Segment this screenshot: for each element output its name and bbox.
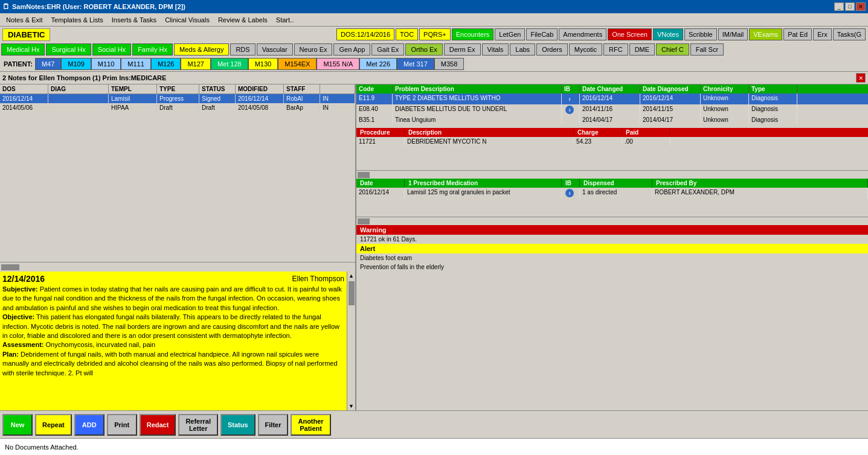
menu-templates[interactable]: Templates & Lists — [48, 15, 107, 25]
tab-vitals[interactable]: Vitals — [482, 43, 509, 56]
add-button[interactable]: ADD — [74, 414, 104, 436]
proc-scrollbar[interactable] — [356, 170, 868, 179]
close-button[interactable]: ✕ — [856, 2, 866, 11]
tab-labs[interactable]: Labs — [510, 43, 535, 56]
maximize-button[interactable]: □ — [845, 2, 855, 11]
patient-tab-m110[interactable]: M110 — [91, 58, 121, 70]
notes-title: 2 Notes for Ellen Thompson (1) Prim Ins:… — [2, 74, 166, 81]
toc-button[interactable]: TOC — [396, 28, 418, 40]
filter-button[interactable]: Filter — [258, 414, 289, 436]
patient-tab-met317[interactable]: Met 317 — [397, 58, 434, 70]
menu-start[interactable]: Start.. — [272, 15, 297, 25]
tab-ortho-ex[interactable]: Ortho Ex — [405, 43, 442, 56]
procedure-row[interactable]: 11721 DEBRIDEMENT MYCOTIC N 54.23 .00 — [356, 137, 868, 146]
cell-status-0: Signed — [199, 94, 236, 103]
status-button[interactable]: Status — [220, 414, 256, 436]
tab-fall-scr[interactable]: Fall Scr — [690, 43, 724, 56]
tab-rfc[interactable]: RFC — [603, 43, 628, 56]
note-right-spacer — [356, 272, 868, 410]
tab-derm-ex[interactable]: Derm Ex — [444, 43, 481, 56]
no-docs-text: No Documents Attached. — [5, 444, 79, 451]
tab-neuro-ex[interactable]: Neuro Ex — [294, 43, 333, 56]
problem-row[interactable]: B35.1 Tinea Unguium 2014/04/17 2014/04/1… — [356, 115, 868, 124]
tab-gen-app[interactable]: Gen App — [333, 43, 370, 56]
note-vscrollbar[interactable]: ▲ ▼ — [347, 272, 355, 410]
pqrs-button[interactable]: PQRS+ — [419, 28, 451, 40]
tab-chief-c[interactable]: Chief C — [656, 43, 689, 56]
prob-type-0: Diagnosis — [749, 94, 797, 104]
print-button[interactable]: Print — [107, 414, 137, 436]
tab-medical-hx[interactable]: Medical Hx — [1, 43, 45, 56]
notes-table-panel: DOS DIAG TEMPL TYPE STATUS MODIFIED STAF… — [0, 84, 356, 272]
patient-tab-m126[interactable]: M126 — [151, 58, 181, 70]
referral-letter-button[interactable]: Referral Letter — [178, 414, 218, 436]
med-scrollbar[interactable] — [356, 217, 868, 225]
patient-tab-m358[interactable]: M358 — [434, 58, 465, 70]
patient-tab-m155na[interactable]: M155 N/A — [317, 58, 359, 70]
vnotes-button[interactable]: VNotes — [653, 28, 683, 40]
menu-inserts[interactable]: Inserts & Tasks — [108, 15, 160, 25]
patient-tab-m154ex[interactable]: M154EX — [278, 58, 317, 70]
patient-tab-m130[interactable]: M130 — [248, 58, 278, 70]
tab-family-hx[interactable]: Family Hx — [132, 43, 173, 56]
cell-extra-1: IN — [320, 103, 355, 112]
pated-button[interactable]: Pat Ed — [783, 28, 812, 40]
tasks-button[interactable]: Tasks(G — [833, 28, 866, 40]
patient-tab-m109[interactable]: M109 — [61, 58, 91, 70]
onescreen-button[interactable]: One Screen — [608, 28, 652, 40]
notes-table-row[interactable]: 2014/05/06 HIPAA Draft Draft 2014/05/08 … — [0, 103, 355, 112]
notes-table-row[interactable]: 2016/12/14 Lamisil Progress Signed 2016/… — [0, 94, 355, 103]
warning-text: 11721 ok in 61 Days. — [356, 235, 868, 244]
tab-vascular[interactable]: Vascular — [257, 43, 293, 56]
encounters-button[interactable]: Encounters — [452, 28, 494, 40]
menu-clinical[interactable]: Clinical Visuals — [161, 15, 213, 25]
app-icon: 🗒 — [2, 2, 10, 11]
redact-button[interactable]: Redact — [140, 414, 176, 436]
notes-close-button[interactable]: ✕ — [856, 73, 866, 83]
scribble-button[interactable]: Scribble — [684, 28, 717, 40]
patient-label: PATIENT: — [1, 60, 35, 68]
cell-templ-1: HIPAA — [109, 103, 157, 112]
erx-button[interactable]: Erx — [813, 28, 832, 40]
prob-ib-1: i — [562, 104, 580, 115]
tab-social-hx[interactable]: Social Hx — [92, 43, 131, 56]
patient-tab-met128[interactable]: Met 128 — [211, 58, 248, 70]
menu-review[interactable]: Review & Labels — [214, 15, 271, 25]
patient-tab-m111[interactable]: M111 — [121, 58, 151, 70]
cell-diag-1 — [48, 103, 109, 112]
another-patient-button[interactable]: Another Patient — [291, 414, 330, 436]
minimize-button[interactable]: _ — [834, 2, 844, 11]
tab-dme[interactable]: DME — [629, 43, 655, 56]
tab-surgical-hx[interactable]: Surgical Hx — [46, 43, 91, 56]
tab-mycotic[interactable]: Mycotic — [569, 43, 602, 56]
filecab-button[interactable]: FileCab — [526, 28, 558, 40]
new-button[interactable]: New — [2, 414, 33, 436]
immail-button[interactable]: IM/Mail — [718, 28, 748, 40]
patient-tab-met226[interactable]: Met 226 — [359, 58, 397, 70]
med-col-date: Date — [356, 179, 405, 188]
prob-col-type: Type — [749, 84, 797, 94]
tab-gait-ex[interactable]: Gait Ex — [371, 43, 404, 56]
menu-notes-exit[interactable]: Notes & Exit — [2, 15, 47, 25]
problem-row[interactable]: E11.9 TYPE 2 DIABETES MELLITUS WITHO i 2… — [356, 94, 868, 104]
med-prescriber-0: ROBERT ALEXANDER, DPM — [652, 188, 868, 199]
dos-button[interactable]: DOS:12/14/2016 — [336, 28, 394, 40]
nav-tabs: Medical Hx Surgical Hx Social Hx Family … — [0, 42, 868, 57]
medication-row[interactable]: 2016/12/14 Lamisil 125 mg oral granules … — [356, 188, 868, 199]
letgen-button[interactable]: LetGen — [495, 28, 525, 40]
patient-tab-m47[interactable]: M47 — [35, 58, 61, 70]
tab-orders[interactable]: Orders — [536, 43, 568, 56]
tab-rds[interactable]: RDS — [230, 43, 255, 56]
amendments-button[interactable]: Amendments — [559, 28, 606, 40]
problem-row[interactable]: E08.40 DIABETES MELLITUS DUE TO UNDERL i… — [356, 104, 868, 115]
repeat-button[interactable]: Repeat — [35, 414, 72, 436]
tab-meds-allergy[interactable]: Meds & Allergy — [174, 43, 229, 56]
right-panel: Code Problem Description IB Date Changed… — [356, 84, 868, 272]
medications-section: Date 1 Prescribed Medication IB Dispense… — [356, 179, 868, 225]
med-col-presc: Prescribed By — [652, 179, 868, 188]
med-ib-0: i — [562, 188, 580, 199]
prob-chron-1: Unknown — [701, 104, 749, 115]
vexams-button[interactable]: VExams — [749, 28, 782, 40]
notes-table-scrollbar[interactable] — [0, 262, 355, 272]
patient-tab-m127[interactable]: M127 — [181, 58, 211, 70]
